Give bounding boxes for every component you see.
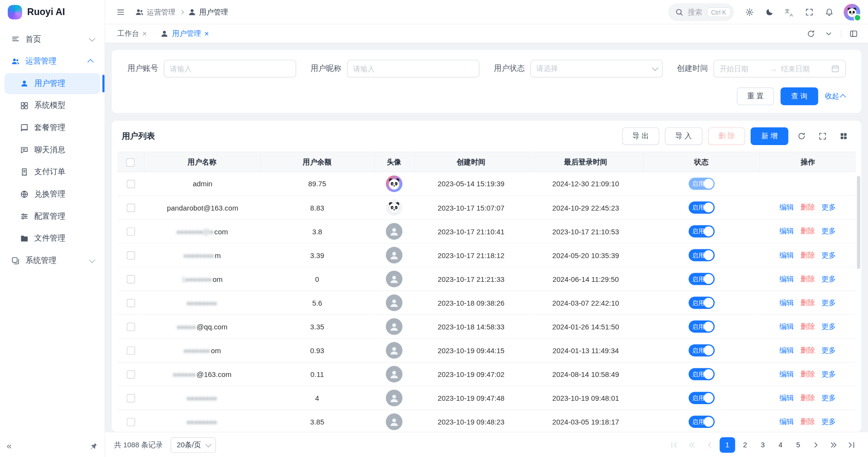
sidebar-subitem[interactable]: 配置管理 (4, 206, 100, 227)
sidebar-subitem[interactable]: 系统模型 (4, 95, 100, 116)
delete-link[interactable]: 删除 (801, 346, 815, 354)
import-button[interactable]: 导 入 (665, 127, 702, 145)
edit-link[interactable]: 编辑 (779, 346, 794, 354)
jump-back-button[interactable] (684, 437, 700, 453)
account-input[interactable] (170, 65, 290, 73)
sidebar-collapse-button[interactable]: « (7, 441, 12, 450)
more-link[interactable]: 更多 (821, 393, 836, 402)
row-checkbox[interactable] (127, 275, 135, 283)
status-toggle[interactable]: 启用 (688, 201, 715, 213)
more-link[interactable]: 更多 (821, 275, 836, 283)
row-checkbox[interactable] (127, 204, 135, 212)
sidebar-subitem[interactable]: 用户管理 (4, 73, 100, 94)
status-toggle[interactable]: 启用 (688, 225, 715, 237)
row-checkbox[interactable] (127, 180, 135, 188)
table-scrollbar[interactable] (857, 176, 860, 269)
last-page-button[interactable] (844, 437, 859, 453)
select-all-checkbox[interactable] (126, 158, 134, 166)
page-size-select[interactable]: 20条/页 (171, 437, 216, 453)
delete-link[interactable]: 删除 (801, 251, 815, 259)
status-toggle[interactable]: 启用 (688, 321, 715, 333)
refresh-icon[interactable] (794, 129, 809, 144)
more-link[interactable]: 更多 (821, 251, 836, 259)
date-range-picker[interactable]: → (714, 60, 846, 78)
sidebar-item-home[interactable]: 首页 (4, 29, 100, 49)
status-toggle[interactable]: 启用 (688, 392, 715, 404)
row-checkbox[interactable] (127, 394, 135, 402)
sidebar-subitem[interactable]: 聊天消息 (4, 140, 100, 161)
page-button-1[interactable]: 1 (720, 437, 735, 453)
delete-link[interactable]: 删除 (801, 298, 815, 307)
first-page-button[interactable] (667, 437, 682, 453)
reset-button[interactable]: 重 置 (737, 87, 774, 105)
page-button-5[interactable]: 5 (790, 437, 806, 453)
edit-link[interactable]: 编辑 (779, 393, 794, 402)
delete-button[interactable]: 删 除 (708, 127, 745, 145)
row-checkbox[interactable] (127, 299, 135, 307)
edit-link[interactable]: 编辑 (779, 370, 794, 378)
more-link[interactable]: 更多 (821, 346, 836, 354)
tab-user-management[interactable]: 用户管理 × (155, 26, 214, 41)
close-icon[interactable]: × (204, 30, 209, 37)
status-toggle[interactable]: 启用 (688, 273, 715, 285)
sidebar-subitem[interactable]: 套餐管理 (4, 117, 100, 138)
more-link[interactable]: 更多 (821, 370, 836, 378)
prev-page-button[interactable] (702, 437, 718, 453)
jump-forward-button[interactable] (826, 437, 841, 453)
status-toggle[interactable]: 启用 (688, 344, 715, 357)
edit-link[interactable]: 编辑 (779, 227, 794, 235)
delete-link[interactable]: 删除 (801, 203, 815, 212)
status-toggle[interactable]: 启用 (688, 368, 715, 380)
next-page-button[interactable] (808, 437, 824, 453)
status-toggle[interactable]: 启用 (688, 178, 715, 190)
more-link[interactable]: 更多 (821, 322, 836, 330)
breadcrumb-user-management[interactable]: 用户管理 (188, 7, 228, 17)
status-select[interactable]: 请选择 (530, 60, 663, 78)
edit-link[interactable]: 编辑 (779, 298, 794, 307)
date-end-input[interactable] (781, 65, 827, 73)
user-avatar-menu[interactable] (844, 3, 860, 20)
translate-icon[interactable]: 文A (782, 4, 797, 20)
date-start-input[interactable] (720, 65, 765, 73)
sidebar-subitem[interactable]: 支付订单 (4, 162, 100, 182)
row-checkbox[interactable] (127, 346, 135, 355)
search-button[interactable]: 查 询 (781, 87, 818, 105)
add-button[interactable]: 新 增 (751, 127, 788, 145)
bell-icon[interactable] (821, 4, 837, 20)
more-link[interactable]: 更多 (821, 417, 836, 425)
row-checkbox[interactable] (127, 418, 135, 426)
fullscreen-icon[interactable] (802, 4, 817, 20)
more-link[interactable]: 更多 (821, 203, 836, 212)
sidebar-subitem[interactable]: 文件管理 (4, 228, 100, 249)
page-button-4[interactable]: 4 (773, 437, 788, 453)
expand-icon[interactable] (815, 129, 830, 144)
status-toggle[interactable]: 启用 (688, 416, 715, 428)
page-button-3[interactable]: 3 (755, 437, 770, 453)
chevron-down-icon[interactable] (821, 26, 836, 41)
edit-link[interactable]: 编辑 (779, 251, 794, 259)
edit-link[interactable]: 编辑 (779, 203, 794, 212)
edit-link[interactable]: 编辑 (779, 275, 794, 283)
close-icon[interactable]: × (142, 30, 147, 37)
delete-link[interactable]: 删除 (801, 417, 815, 425)
row-checkbox[interactable] (127, 370, 135, 378)
column-settings-icon[interactable] (836, 129, 852, 144)
page-button-2[interactable]: 2 (737, 437, 753, 453)
moon-icon[interactable] (762, 4, 777, 20)
delete-link[interactable]: 删除 (801, 322, 815, 330)
delete-link[interactable]: 删除 (801, 370, 815, 378)
edit-link[interactable]: 编辑 (779, 417, 794, 425)
logo[interactable]: Ruoyi AI (0, 0, 105, 24)
edit-link[interactable]: 编辑 (779, 322, 794, 330)
delete-link[interactable]: 删除 (801, 275, 815, 283)
collapse-filter-link[interactable]: 收起 (825, 91, 846, 101)
status-toggle[interactable]: 启用 (688, 297, 715, 309)
more-link[interactable]: 更多 (821, 227, 836, 235)
row-checkbox[interactable] (127, 251, 135, 260)
pin-icon[interactable] (89, 441, 98, 450)
delete-link[interactable]: 删除 (801, 227, 815, 235)
sidebar-subitem[interactable]: 兑换管理 (4, 184, 100, 205)
sidebar-item-operations[interactable]: 运营管理 (4, 51, 100, 72)
export-button[interactable]: 导 出 (622, 127, 659, 145)
more-link[interactable]: 更多 (821, 298, 836, 307)
